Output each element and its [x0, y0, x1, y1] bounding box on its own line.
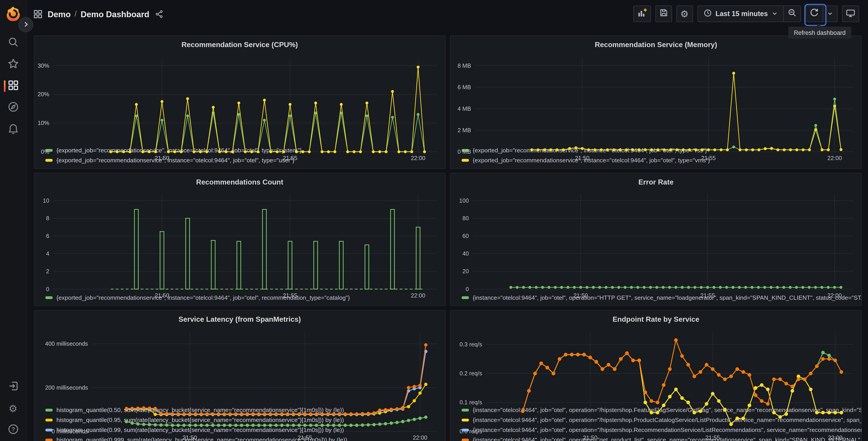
help-icon: ? — [7, 423, 19, 437]
svg-text:0%: 0% — [41, 148, 49, 155]
svg-text:22:00: 22:00 — [411, 292, 425, 299]
save-icon — [659, 8, 668, 20]
dashboard-settings-button[interactable]: ⚙ — [676, 5, 693, 22]
svg-text:21:50: 21:50 — [155, 155, 169, 161]
bell-icon — [7, 123, 19, 136]
svg-text:10%: 10% — [37, 120, 49, 126]
time-range-picker[interactable]: Last 15 minutes — [698, 6, 783, 22]
grafana-logo-icon[interactable] — [5, 5, 21, 22]
chart-canvas: 21:5021:5522:000%10%20%30% — [34, 51, 445, 164]
svg-text:100: 100 — [459, 198, 469, 204]
svg-text:80: 80 — [463, 215, 469, 222]
svg-text:20: 20 — [463, 268, 469, 274]
add-panel-button[interactable] — [633, 5, 651, 22]
svg-text:22:00: 22:00 — [827, 292, 842, 299]
save-dashboard-button[interactable] — [655, 5, 672, 22]
sidebar-expand-button[interactable] — [18, 17, 33, 32]
svg-text:21:50: 21:50 — [583, 435, 597, 441]
compass-icon — [7, 101, 19, 114]
header: Demo / Demo Dashboard — [26, 0, 868, 28]
svg-text:30%: 30% — [37, 62, 49, 69]
sidebar-item-explore[interactable] — [0, 97, 26, 118]
time-range-label: Last 15 minutes — [715, 10, 768, 18]
panel-recommendations-count: Recommendations Count 21:5021:5522:00024… — [34, 173, 445, 306]
refresh-tooltip: Refresh dashboard — [788, 27, 851, 39]
memory-chart[interactable]: 21:5021:5522:000 MB2 MB4 MB6 MB8 MB — [451, 51, 861, 144]
tooltip-arrow — [816, 24, 822, 27]
dashboards-grid-icon — [7, 80, 19, 93]
grafana-app: ⚙ ? Demo / Demo Dashboard — [0, 0, 868, 441]
star-icon — [7, 58, 19, 71]
svg-text:?: ? — [11, 426, 15, 433]
svg-text:21:55: 21:55 — [706, 435, 720, 441]
svg-text:21:50: 21:50 — [155, 292, 169, 299]
share-icon[interactable] — [155, 10, 163, 18]
refresh-group — [806, 5, 838, 22]
sidebar-item-dashboards[interactable] — [0, 76, 26, 97]
panel-recommendation-service-memory: Recommendation Service (Memory) 21:5021:… — [450, 35, 862, 169]
sidebar-item-search[interactable] — [0, 32, 26, 54]
recommendations-count-chart[interactable]: 21:5021:5522:000246810 — [34, 188, 445, 291]
svg-text:21:55: 21:55 — [283, 155, 297, 161]
panel-title[interactable]: Recommendation Service (CPU%) — [34, 36, 445, 51]
sidebar-item-sign-in[interactable] — [0, 376, 26, 398]
sidebar: ⚙ ? — [0, 0, 27, 441]
svg-text:4: 4 — [46, 251, 49, 257]
panel-title[interactable]: Recommendations Count — [34, 173, 445, 188]
sidebar-item-configuration[interactable]: ⚙ — [0, 398, 26, 419]
cpu-chart[interactable]: 21:5021:5522:000%10%20%30% — [34, 51, 445, 144]
svg-text:21:55: 21:55 — [283, 292, 297, 299]
svg-text:21:50: 21:50 — [575, 155, 589, 161]
chart-canvas: 21:5021:5522:000 MB2 MB4 MB6 MB8 MB — [451, 51, 861, 164]
svg-text:4 MB: 4 MB — [458, 106, 471, 112]
sidebar-item-alerting[interactable] — [0, 119, 26, 140]
chevron-down-icon — [827, 9, 833, 19]
svg-text:0.1 req/s: 0.1 req/s — [460, 399, 482, 406]
svg-text:8: 8 — [46, 215, 49, 222]
breadcrumb-dashboard[interactable]: Demo Dashboard — [81, 9, 149, 19]
svg-text:0.2 req/s: 0.2 req/s — [460, 370, 482, 377]
refresh-interval-dropdown[interactable] — [823, 6, 837, 22]
panel-error-rate: Error Rate 21:5021:5522:00020406080100 {… — [450, 173, 862, 306]
tooltip-text: Refresh dashboard — [794, 29, 846, 36]
svg-text:22:00: 22:00 — [411, 155, 425, 161]
dashboard-grid-icon — [33, 9, 43, 19]
svg-text:2 MB: 2 MB — [458, 127, 471, 133]
sign-in-icon — [7, 381, 19, 394]
svg-text:40: 40 — [463, 251, 469, 257]
breadcrumb-folder[interactable]: Demo — [48, 9, 71, 19]
toolbar: ⚙ Last 15 minutes — [633, 5, 859, 22]
add-panel-icon — [637, 8, 647, 20]
error-rate-chart[interactable]: 21:5021:5522:00020406080100 — [451, 188, 861, 291]
svg-text:21:50: 21:50 — [574, 292, 588, 299]
active-indicator — [4, 80, 5, 92]
zoom-out-icon — [788, 8, 797, 20]
svg-text:22:00: 22:00 — [413, 435, 427, 441]
zoom-out-button[interactable] — [784, 6, 800, 22]
svg-text:6 MB: 6 MB — [458, 84, 471, 90]
chart-canvas: 21:5021:5522:00020406080100 — [451, 188, 861, 301]
chevron-down-icon — [772, 9, 778, 19]
time-picker-group: Last 15 minutes — [697, 5, 801, 22]
panel-title[interactable]: Service Latency (from SpanMetrics) — [34, 311, 445, 325]
svg-text:0: 0 — [466, 286, 469, 292]
panel-endpoint-rate: Endpoint Rate by Service 21:5021:5522:00… — [450, 310, 862, 441]
sidebar-item-help[interactable]: ? — [0, 419, 26, 441]
svg-text:0 MB: 0 MB — [458, 148, 471, 155]
svg-text:0 milliseconds: 0 milliseconds — [52, 428, 88, 435]
sidebar-item-starred[interactable] — [0, 54, 26, 75]
svg-text:400 milliseconds: 400 milliseconds — [45, 341, 88, 347]
panel-title[interactable]: Error Rate — [451, 173, 861, 188]
panel-recommendation-service-cpu: Recommendation Service (CPU%) 21:5021:55… — [34, 35, 445, 169]
svg-text:21:50: 21:50 — [183, 435, 197, 441]
kiosk-mode-button[interactable] — [842, 5, 859, 22]
svg-text:21:55: 21:55 — [700, 292, 715, 299]
panel-service-latency: Service Latency (from SpanMetrics) 21:50… — [34, 310, 445, 441]
svg-text:2: 2 — [46, 268, 49, 274]
panel-title[interactable]: Endpoint Rate by Service — [451, 311, 861, 325]
refresh-dashboard-button[interactable] — [806, 6, 823, 22]
svg-text:8 MB: 8 MB — [458, 62, 471, 69]
service-latency-chart[interactable]: 21:5021:5522:000 milliseconds200 millise… — [34, 325, 445, 404]
chart-canvas: 21:5021:5522:000.0 req/s0.1 req/s0.2 req… — [451, 325, 861, 441]
endpoint-rate-chart[interactable]: 21:5021:5522:000.0 req/s0.1 req/s0.2 req… — [451, 325, 861, 404]
